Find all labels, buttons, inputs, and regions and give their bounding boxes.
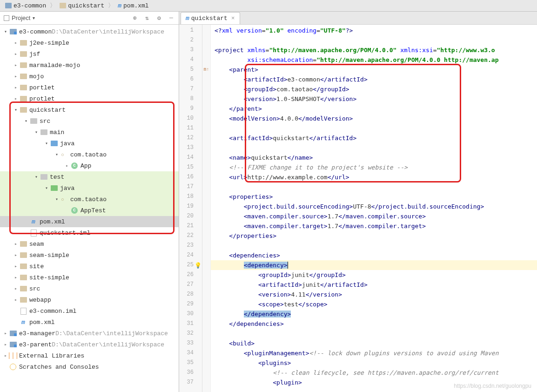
line-number[interactable]: 2 <box>179 35 202 45</box>
tree-arrow-icon[interactable] <box>13 286 19 291</box>
code-line[interactable]: <!-- FIXME change it to the project's we… <box>211 162 537 172</box>
tree-row[interactable]: mojo <box>0 71 179 82</box>
code-line[interactable]: </parent> <box>211 104 537 114</box>
tree-row[interactable]: e3-common.iml <box>0 305 179 317</box>
code-line[interactable]: <artifactId>quickstart</artifactId> <box>211 133 537 143</box>
editor-tab-quickstart[interactable]: m quickstart × <box>181 12 240 24</box>
tree-row[interactable]: quickstart.iml <box>0 227 179 238</box>
tree-row[interactable]: site-simple <box>0 272 179 283</box>
project-tree[interactable]: e3-common D:\DataCenter\intellijWorkspac… <box>0 25 179 392</box>
code-line[interactable]: <pluginManagement><!-- lock down plugins… <box>211 348 537 358</box>
hide-icon[interactable]: — <box>168 14 175 22</box>
tree-row[interactable]: main <box>0 127 179 138</box>
line-number[interactable]: 6 <box>179 74 202 84</box>
code-line[interactable]: <maven.compiler.target>1.7</maven.compil… <box>211 221 537 231</box>
tree-arrow-icon[interactable] <box>2 342 9 347</box>
code-line[interactable] <box>211 143 537 153</box>
code-line[interactable]: <groupId>com.taotao</groupId> <box>211 84 537 94</box>
code-line[interactable]: <project.build.sourceEncoding>UTF-8</pro… <box>211 202 537 211</box>
tree-arrow-icon[interactable] <box>33 129 40 135</box>
line-number[interactable]: 10 <box>179 114 202 123</box>
tree-row[interactable]: seam-simple <box>0 250 179 261</box>
code-line[interactable]: <url>http://www.example.com</url> <box>211 172 537 182</box>
line-number[interactable]: 31 <box>179 319 202 329</box>
tree-arrow-icon[interactable] <box>54 196 60 202</box>
code-line[interactable] <box>211 329 537 338</box>
tree-row[interactable]: quickstart <box>0 104 179 115</box>
tree-row[interactable]: seam <box>0 238 179 250</box>
tree-row[interactable]: mpom.xml <box>0 317 179 328</box>
tree-row[interactable]: protlet <box>0 93 179 104</box>
gear-icon[interactable]: ⚙ <box>155 14 163 22</box>
tree-row[interactable]: e3-manager D:\DataCenter\intellijWorkspa… <box>0 328 179 339</box>
line-number[interactable]: 1 <box>179 26 202 35</box>
line-number[interactable]: 14 <box>179 153 202 162</box>
code-line[interactable]: <artifactId>junit</artifactId> <box>211 280 537 290</box>
line-number[interactable]: 22 <box>179 231 202 241</box>
line-number[interactable]: 29 <box>179 299 202 309</box>
breadcrumb-module[interactable]: quickstart <box>57 1 107 10</box>
breadcrumb-file[interactable]: m pom.xml <box>115 1 151 10</box>
line-number[interactable]: 15 <box>179 162 202 172</box>
code-line[interactable]: <plugins> <box>211 358 537 368</box>
code-line[interactable]: <modelVersion>4.0.0</modelVersion> <box>211 114 537 123</box>
code-line[interactable]: <scope>test</scope> <box>211 299 537 309</box>
line-number[interactable]: 18 <box>179 192 202 202</box>
line-number[interactable]: 19 <box>179 202 202 211</box>
tree-row[interactable]: e3-common D:\DataCenter\intellijWorkspac… <box>0 26 179 37</box>
line-number[interactable]: 30 <box>179 309 202 319</box>
tree-arrow-icon[interactable] <box>13 85 19 90</box>
line-number[interactable]: 36 <box>179 368 202 378</box>
code-line[interactable] <box>211 35 537 45</box>
tree-row[interactable]: mpom.xml <box>0 216 179 227</box>
line-number[interactable]: 3 <box>179 45 202 55</box>
tree-arrow-icon[interactable] <box>13 62 19 68</box>
code-line[interactable]: <build> <box>211 338 537 348</box>
line-number[interactable]: 26 <box>179 270 202 280</box>
code-line[interactable]: <?xml version="1.0" encoding="UTF-8"?> <box>211 26 537 35</box>
line-number[interactable]: 32 <box>179 329 202 338</box>
tree-arrow-icon[interactable] <box>23 118 29 124</box>
line-gutter[interactable]: 1234567891011121314151617181920212223242… <box>179 25 202 392</box>
tree-arrow-icon[interactable] <box>13 297 19 303</box>
code-line[interactable] <box>211 241 537 250</box>
line-number[interactable]: 5 <box>179 65 202 74</box>
tree-arrow-icon[interactable] <box>13 275 19 280</box>
line-number[interactable]: 13 <box>179 143 202 153</box>
tree-row[interactable]: src <box>0 115 179 127</box>
code-line[interactable]: <groupId>junit</groupId> <box>211 270 537 280</box>
code-line[interactable]: <artifactId>e3-common</artifactId> <box>211 74 537 84</box>
code-line[interactable]: </dependencies> <box>211 319 537 329</box>
tree-row[interactable]: jsf <box>0 48 179 60</box>
tree-row[interactable]: AppTest <box>0 205 179 216</box>
line-number[interactable]: 37 <box>179 378 202 387</box>
tree-row[interactable]: |||External Libraries <box>0 350 179 361</box>
code-line[interactable]: <parent> <box>211 65 537 74</box>
tree-row[interactable]: test <box>0 171 179 182</box>
code-line[interactable]: <version>4.11</version> <box>211 290 537 299</box>
line-number[interactable]: 25 <box>179 260 202 270</box>
code-line[interactable]: <dependency> <box>211 260 537 270</box>
tree-row[interactable]: com.taotao <box>0 194 179 205</box>
tree-row[interactable]: java <box>0 182 179 194</box>
code-line[interactable]: <version>1.0-SNAPSHOT</version> <box>211 94 537 104</box>
line-number[interactable]: 34 <box>179 348 202 358</box>
tree-row[interactable]: src <box>0 283 179 294</box>
line-number[interactable]: 21 <box>179 221 202 231</box>
tree-row[interactable]: portlet <box>0 82 179 93</box>
tree-row[interactable]: java <box>0 138 179 149</box>
line-number[interactable]: 16 <box>179 172 202 182</box>
line-number[interactable]: 33 <box>179 338 202 348</box>
tree-arrow-icon[interactable] <box>43 185 50 191</box>
tree-arrow-icon[interactable] <box>13 264 19 269</box>
code-line[interactable] <box>211 123 537 133</box>
tree-row[interactable]: j2ee-simple <box>0 37 179 48</box>
breadcrumb-root[interactable]: e3-common <box>2 1 49 10</box>
code-line[interactable] <box>211 182 537 192</box>
line-number[interactable]: 23 <box>179 241 202 250</box>
tree-arrow-icon[interactable] <box>2 331 9 336</box>
line-number[interactable]: 17 <box>179 182 202 192</box>
tree-row[interactable]: e3-parent D:\DataCenter\intellijWorkspac… <box>0 339 179 350</box>
line-number[interactable]: 12 <box>179 133 202 143</box>
line-number[interactable]: 9 <box>179 104 202 114</box>
